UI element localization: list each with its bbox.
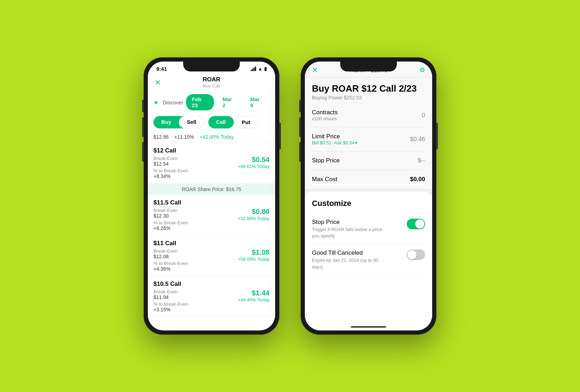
vol-down-button-2[interactable]	[299, 142, 301, 162]
vol-up-button-2[interactable]	[299, 117, 301, 137]
price-change: +11.10%	[174, 134, 194, 140]
stop-price-row-desc: Trigger if ROAR falls below a price you …	[312, 226, 390, 239]
option-price-11: $1.08	[238, 248, 269, 256]
close-button-1[interactable]: ✕	[155, 78, 161, 87]
option-left-12: Break-Even $12.54 % to Break-Even +8.34%	[153, 156, 188, 179]
screen-1-content: 9:41 ▲ ▮ ✕	[148, 62, 275, 330]
vol-down-button[interactable]	[142, 142, 144, 162]
call-button[interactable]: Call	[208, 116, 234, 128]
date-tab-mar9[interactable]: Mar 9	[245, 94, 269, 110]
option-card-12-call[interactable]: $12 Call Break-Even $12.54 % to Break-Ev…	[148, 143, 275, 184]
phones-container: 9:41 ▲ ▮ ✕	[144, 57, 436, 335]
call-put-group: Call Put	[208, 116, 259, 128]
pct-val-12: +8.34%	[153, 173, 188, 179]
stop-price-label-group: Stop Price	[312, 157, 340, 164]
home-bar-2	[351, 326, 386, 328]
ticker-label: ROAR	[203, 76, 220, 83]
stop-price-value[interactable]: $--	[418, 157, 425, 164]
max-cost-label-group: Max Cost	[312, 176, 337, 183]
option-right-11-5: $0.80 +52.88% Today	[238, 208, 269, 221]
order-fields: Contracts x100 shares 0 Limit Price Bid …	[305, 103, 432, 189]
option-change-11-5: +52.88% Today	[238, 216, 269, 221]
share-price-banner: ROAR Share Price: $16.75	[148, 184, 275, 195]
stop-price-toggle[interactable]	[407, 219, 425, 229]
max-cost-value: $0.00	[410, 176, 425, 183]
field-limit-price: Limit Price Bid $0.51 · Ask $0.54 ▾ $0.4…	[312, 127, 425, 151]
ask-value: Ask $0.54	[334, 140, 355, 145]
star-icon: ★	[153, 99, 158, 106]
pct-val-11: +4.36%	[153, 266, 188, 272]
gtc-toggle-thumb	[407, 250, 417, 259]
wifi-icon: ▲	[258, 66, 262, 71]
buying-power-label: Buying Power	[312, 95, 342, 100]
gear-icon[interactable]: ⚙	[419, 66, 425, 74]
option-left-11-5: Break-Even $12.30 % to Break-Even +6.26%	[153, 208, 188, 231]
notch	[183, 62, 240, 71]
contracts-sub: x100 shares	[312, 116, 338, 121]
break-even-label-10-5: Break-Even	[153, 289, 188, 294]
option-price-10-5: $1.44	[238, 289, 269, 297]
signal-bar-4	[255, 67, 256, 71]
option-title-12: $12 Call	[153, 147, 269, 154]
break-even-val-11-5: $12.30	[153, 213, 188, 219]
date-tab-feb23[interactable]: Feb 23	[186, 94, 214, 110]
customize-gtc-row: Good Till Canceled Expire by Jan 22, 201…	[312, 244, 425, 275]
option-right-10-5: $1.44 +48.45% Today	[238, 289, 269, 302]
phone-1: 9:41 ▲ ▮ ✕	[144, 57, 279, 335]
option-details-12: Break-Even $12.54 % to Break-Even +8.34%…	[153, 156, 269, 179]
gtc-text: Good Till Canceled Expire by Jan 22, 201…	[312, 249, 390, 270]
date-tab-mar2[interactable]: Mar 2	[217, 94, 242, 110]
buying-power-value: $252.53	[344, 95, 362, 100]
buy-sell-tabs: Buy Sell Call Put	[148, 113, 275, 131]
break-even-label-11: Break-Even	[153, 248, 188, 254]
pct-label-10-5: % to Break-Even	[153, 301, 188, 307]
pct-label-11-5: % to Break-Even	[153, 220, 188, 225]
option-card-11-call[interactable]: $11 Call Break-Even $12.08 % to Break-Ev…	[148, 236, 275, 276]
option-left-11: Break-Even $12.08 % to Break-Even +4.36%	[153, 248, 188, 272]
break-even-val-11: $12.08	[153, 254, 188, 259]
signal-bar-2	[252, 69, 253, 71]
option-card-10-5-call[interactable]: $10.5 Call Break-Even $11.94 % to Break-…	[148, 276, 275, 317]
option-change-11: +58.09% Today	[238, 256, 269, 262]
close-button-2[interactable]: ✕	[312, 66, 318, 74]
pct-val-10-5: +3.15%	[153, 307, 188, 312]
customize-stop-price-row: Stop Price Trigger if ROAR falls below a…	[312, 214, 425, 244]
status-icons-1: ▲ ▮	[251, 66, 267, 71]
home-indicator-2	[305, 323, 432, 330]
option-right-11: $1.08 +58.09% Today	[238, 248, 269, 262]
option-title-11: $11 Call	[153, 240, 269, 247]
chevron-down-icon[interactable]: ▾	[355, 140, 358, 145]
stop-price-toggle-thumb	[415, 219, 424, 229]
gtc-toggle[interactable]	[407, 249, 425, 260]
vol-up-button[interactable]	[142, 117, 144, 137]
option-title-11-5: $11.5 Call	[153, 199, 269, 206]
price-row: $12.86 +11.10% +42.00% Today	[148, 131, 275, 143]
limit-price-label: Limit Price	[312, 133, 358, 140]
today-change: +42.00% Today	[200, 134, 234, 140]
buy-button[interactable]: Buy	[153, 116, 179, 128]
screen-2-content: ✕ ROAR – $16.75 ⚙ Buy ROAR $12 Call 2/23…	[305, 62, 432, 330]
bid-ask-row[interactable]: Bid $0.51 · Ask $0.54 ▾	[312, 140, 358, 145]
discover-label[interactable]: Discover	[163, 99, 183, 105]
break-even-label-11-5: Break-Even	[153, 208, 188, 213]
signal-bar-1	[251, 70, 252, 71]
field-stop-price: Stop Price $--	[312, 151, 425, 170]
nav-subtitle: Buy Call	[203, 83, 220, 88]
power-button[interactable]	[279, 123, 281, 149]
power-button-2[interactable]	[436, 123, 438, 149]
bid-value: Bid $0.51	[312, 140, 331, 145]
nav-title-1: ROAR Buy Call	[203, 76, 220, 88]
battery-icon: ▮	[264, 66, 267, 71]
option-right-12: $0.54 +48.61% Today	[238, 156, 269, 169]
nav-bar-1: ✕ ROAR Buy Call	[148, 73, 275, 91]
pct-label-12: % to Break-Even	[153, 168, 188, 173]
put-button[interactable]: Put	[234, 116, 259, 128]
limit-price-value[interactable]: $0.46	[410, 136, 425, 143]
option-details-11-5: Break-Even $12.30 % to Break-Even +6.26%…	[153, 208, 269, 231]
sell-button[interactable]: Sell	[179, 116, 204, 128]
gtc-row-title: Good Till Canceled	[312, 249, 390, 256]
option-card-11-5-call[interactable]: $11.5 Call Break-Even $12.30 % to Break-…	[148, 195, 275, 236]
buy-sell-group: Buy Sell	[153, 116, 204, 128]
break-even-label-12: Break-Even	[153, 156, 188, 161]
contracts-value[interactable]: 0	[422, 112, 425, 119]
